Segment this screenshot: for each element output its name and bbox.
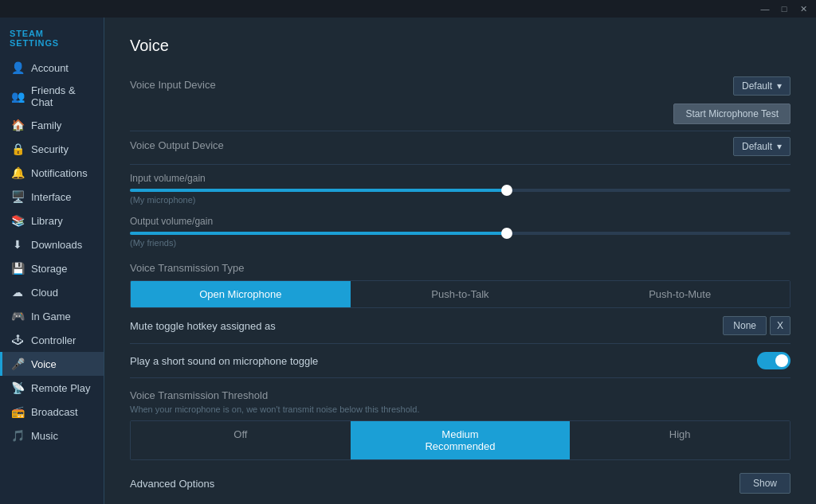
chevron-down-icon: ▾ [777,80,782,92]
minimize-button[interactable]: — [759,4,771,14]
sidebar-item-security[interactable]: 🔒 Security [0,137,104,161]
sidebar-item-label: Remote Play [31,382,90,394]
storage-icon: 💾 [10,261,25,275]
voice-output-row: Voice Output Device Default ▾ [130,131,790,165]
chevron-down-icon: ▾ [777,141,782,152]
hotkey-x-button[interactable]: X [770,316,790,335]
sidebar-item-label: In Game [31,311,71,322]
transmission-push-to-talk[interactable]: Push-to-Talk [351,281,571,307]
sidebar-item-label: Interface [31,191,72,203]
sidebar-item-music[interactable]: 🎵 Music [0,424,104,447]
sidebar-item-family[interactable]: 🏠 Family [0,113,104,137]
transmission-open-microphone[interactable]: Open Microphone [131,281,351,307]
advanced-options-label: Advanced Options [130,478,214,490]
advanced-show-button[interactable]: Show [740,473,790,494]
security-icon: 🔒 [10,142,25,156]
ingame-icon: 🎮 [10,309,25,323]
sidebar-item-notifications[interactable]: 🔔 Notifications [0,161,104,185]
voice-input-label: Voice Input Device [130,79,216,91]
sidebar-item-label: Security [31,143,69,155]
sidebar-title: STEAM SETTINGS [0,24,104,56]
remoteplay-icon: 📡 [10,381,25,395]
output-volume-hint: (My friends) [130,238,790,248]
output-volume-track[interactable] [130,232,790,235]
input-volume-hint: (My microphone) [130,195,790,205]
mic-test-row: Start Microphone Test [130,100,790,131]
threshold-medium[interactable]: Medium Recommended [351,421,571,459]
output-volume-container: Output volume/gain (My friends) [130,208,790,251]
library-icon: 📚 [10,213,25,228]
voice-icon: 🎤 [10,357,25,371]
output-volume-label: Output volume/gain [130,216,790,227]
threshold-options: Off Medium Recommended High [130,420,790,460]
threshold-medium-line2: Recommended [351,440,571,452]
mute-hotkey-buttons: None X [723,316,790,335]
input-volume-label: Input volume/gain [130,173,790,184]
input-volume-container: Input volume/gain (My microphone) [130,165,790,208]
music-icon: 🎵 [10,428,25,443]
voice-input-row: Voice Input Device Default ▾ [130,71,790,100]
short-sound-toggle[interactable] [757,352,790,369]
notifications-icon: 🔔 [10,166,25,180]
page-title: Voice [130,37,790,55]
short-sound-label: Play a short sound on microphone toggle [130,355,318,367]
input-volume-track[interactable] [130,189,790,192]
sidebar-item-label: Downloads [31,239,82,251]
voice-input-dropdown[interactable]: Default ▾ [733,76,790,96]
sidebar-item-label: Music [31,430,58,442]
sidebar-item-remoteplay[interactable]: 📡 Remote Play [0,376,104,400]
sidebar-item-label: Cloud [31,287,58,299]
sidebar-item-voice[interactable]: 🎤 Voice [0,352,104,376]
sidebar-item-ingame[interactable]: 🎮 In Game [0,304,104,328]
close-button[interactable]: ✕ [797,4,810,14]
sidebar-item-interface[interactable]: 🖥️ Interface [0,185,104,209]
input-volume-thumb[interactable] [501,185,512,196]
sidebar-item-label: Controller [31,334,76,346]
sidebar-item-account[interactable]: 👤 Account [0,56,104,80]
title-bar: — □ ✕ [0,0,816,18]
sidebar-item-broadcast[interactable]: 📻 Broadcast [0,400,104,424]
advanced-options-row: Advanced Options Show [130,463,790,503]
cloud-icon: ☁ [10,285,25,299]
sidebar-item-label: Notifications [31,167,88,179]
broadcast-icon: 📻 [10,404,25,419]
mic-test-button[interactable]: Start Microphone Test [673,104,790,124]
mute-hotkey-label: Mute toggle hotkey assigned as [130,320,276,332]
family-icon: 🏠 [10,118,25,132]
sidebar-item-controller[interactable]: 🕹 Controller [0,328,104,352]
sidebar-item-label: Voice [31,358,57,370]
input-volume-fill [130,189,507,192]
maximize-button[interactable]: □ [778,4,790,14]
voice-output-label: Voice Output Device [130,139,224,151]
sidebar-item-storage[interactable]: 💾 Storage [0,256,104,280]
threshold-high[interactable]: High [570,421,790,459]
controller-icon: 🕹 [10,333,25,347]
output-volume-thumb[interactable] [501,228,512,239]
short-sound-row: Play a short sound on microphone toggle [130,344,790,378]
sidebar: STEAM SETTINGS 👤 Account 👥 Friends & Cha… [0,18,104,504]
threshold-medium-line1: Medium [351,428,571,440]
threshold-hint: When your microphone is on, we won't tra… [130,404,790,414]
output-volume-fill [130,232,507,235]
sidebar-item-label: Account [31,62,69,74]
transmission-type-label: Voice Transmission Type [130,262,790,274]
sidebar-item-downloads[interactable]: ⬇ Downloads [0,232,104,256]
hotkey-none-button[interactable]: None [723,316,767,335]
mute-hotkey-row: Mute toggle hotkey assigned as None X [130,308,790,344]
downloads-icon: ⬇ [10,237,25,252]
app-body: STEAM SETTINGS 👤 Account 👥 Friends & Cha… [0,18,816,504]
sidebar-item-friends[interactable]: 👥 Friends & Chat [0,80,104,113]
threshold-off[interactable]: Off [131,421,351,459]
friends-icon: 👥 [10,89,25,104]
threshold-label: Voice Transmission Threshold [130,389,790,401]
voice-output-dropdown[interactable]: Default ▾ [733,137,790,156]
main-content: Voice Voice Input Device Default ▾ Start… [104,18,816,504]
account-icon: 👤 [10,61,25,75]
sidebar-item-cloud[interactable]: ☁ Cloud [0,280,104,304]
sidebar-item-label: Friends & Chat [31,84,96,108]
sidebar-item-label: Storage [31,263,68,275]
sidebar-item-library[interactable]: 📚 Library [0,209,104,232]
transmission-push-to-mute[interactable]: Push-to-Mute [570,281,790,307]
sidebar-item-label: Broadcast [31,406,78,418]
sidebar-item-label: Library [31,215,63,227]
